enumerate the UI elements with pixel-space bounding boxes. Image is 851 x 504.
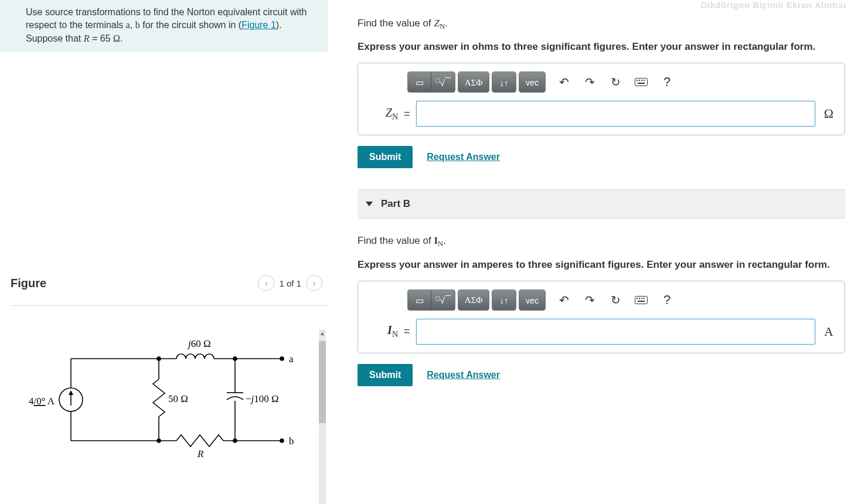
redo-button[interactable]: ↷ (582, 74, 597, 90)
svg-point-15 (157, 439, 161, 442)
part-b-title: Part B (381, 198, 410, 210)
part-a-answer-box: ▭ □√ ΑΣΦ ↓↑ vec ↶ ↷ ↻ (358, 63, 845, 135)
svg-marker-8 (69, 390, 73, 395)
subscript-button[interactable]: ↓↑ (492, 72, 516, 93)
label-R: R (197, 448, 204, 459)
redo-button[interactable]: ↷ (582, 292, 597, 308)
in-input[interactable] (416, 319, 815, 345)
sqrt-button[interactable]: □√ (431, 290, 455, 311)
part-b-find: Find the value of IN. (358, 235, 845, 248)
zn-unit: Ω (821, 106, 836, 121)
help-button[interactable]: ? (659, 74, 675, 90)
part-b-request-answer-link[interactable]: Request Answer (427, 370, 500, 380)
svg-rect-21 (636, 80, 638, 81)
R-variable: R (84, 33, 90, 43)
in-label: IN (366, 323, 398, 339)
sqrt-button[interactable]: □√ (431, 72, 455, 93)
svg-point-19 (280, 439, 284, 442)
undo-button[interactable]: ↶ (556, 292, 571, 308)
terminal-a: a (126, 20, 130, 30)
label-50ohm: 50 Ω (168, 393, 188, 404)
label-negj100: −j100 Ω (246, 393, 279, 404)
undo-button[interactable]: ↶ (556, 74, 571, 90)
svg-rect-28 (639, 298, 640, 299)
template-button[interactable]: ▭ (408, 290, 431, 311)
keyboard-icon (635, 78, 648, 86)
svg-rect-27 (636, 298, 638, 299)
label-terminal-b: b (289, 435, 294, 447)
svg-rect-23 (641, 80, 642, 81)
svg-rect-29 (641, 298, 642, 299)
part-b-header[interactable]: Part B (358, 189, 845, 219)
zn-label: ZN (366, 106, 398, 122)
greek-button[interactable]: ΑΣΦ (458, 72, 489, 93)
keyboard-button[interactable] (634, 292, 649, 308)
vec-button[interactable]: vec (519, 290, 545, 311)
part-a-find: Find the value of ZN. (358, 18, 845, 31)
scrollbar-thumb[interactable] (319, 341, 326, 423)
part-b-answer-box: ▭ □√ ΑΣΦ ↓↑ vec ↶ ↷ ↻ (358, 281, 845, 353)
svg-rect-22 (639, 80, 640, 81)
part-a-content: Find the value of ZN. Express your answe… (358, 0, 845, 168)
part-b-instruction: Express your answer in amperes to three … (358, 258, 845, 271)
reset-button[interactable]: ↻ (608, 74, 623, 90)
part-a-submit-button[interactable]: Submit (358, 146, 413, 168)
template-button[interactable]: ▭ (408, 72, 431, 93)
svg-rect-20 (635, 79, 648, 86)
subscript-button[interactable]: ↓↑ (492, 290, 516, 311)
keyboard-button[interactable] (634, 74, 649, 90)
figure-next-button[interactable]: › (306, 275, 322, 291)
svg-rect-25 (638, 83, 645, 84)
part-b-submit-button[interactable]: Submit (358, 364, 413, 386)
svg-point-16 (233, 357, 237, 360)
part-a-instruction: Express your answer in ohms to three sig… (358, 40, 845, 53)
part-b-toolbar: ▭ □√ ΑΣΦ ↓↑ vec ↶ ↷ ↻ (407, 290, 836, 311)
reset-button[interactable]: ↻ (608, 292, 623, 308)
figure-nav: ‹ 1 of 1 › (258, 275, 322, 291)
svg-point-17 (233, 439, 237, 442)
figure-title: Figure (11, 277, 46, 290)
svg-rect-30 (644, 298, 645, 299)
terminal-b: b (135, 20, 140, 30)
in-unit: A (821, 324, 836, 339)
svg-rect-26 (635, 296, 648, 304)
zn-input[interactable] (416, 101, 815, 127)
svg-rect-31 (638, 301, 645, 302)
part-a-toolbar: ▭ □√ ΑΣΦ ↓↑ vec ↶ ↷ ↻ (407, 71, 836, 93)
figure-prev-button[interactable]: ‹ (258, 275, 274, 291)
caret-down-icon (366, 202, 373, 206)
svg-point-14 (157, 357, 161, 360)
scroll-up-icon[interactable]: ▲ (319, 329, 326, 336)
figure-link[interactable]: Figure 1 (241, 20, 276, 30)
part-b-content: Find the value of IN. Express your answe… (358, 219, 845, 386)
label-j60: j60 Ω (187, 338, 211, 349)
problem-statement: Use source transformations to find the N… (0, 0, 328, 52)
figure-counter: 1 of 1 (279, 278, 301, 288)
svg-rect-24 (644, 80, 645, 81)
svg-point-18 (280, 357, 284, 360)
part-a-request-answer-link[interactable]: Request Answer (427, 152, 500, 162)
circuit-diagram: j60 Ω 50 Ω −j100 Ω 4/0° A R a b (24, 329, 305, 470)
vec-button[interactable]: vec (519, 72, 545, 93)
label-terminal-a: a (289, 353, 294, 365)
help-button[interactable]: ? (659, 292, 675, 308)
watermark-text: Dikdörtgen Biçimli Ekran Alıntısı (701, 0, 847, 10)
label-source: 4/0° A (29, 396, 55, 407)
greek-button[interactable]: ΑΣΦ (458, 290, 489, 311)
keyboard-icon (635, 296, 648, 304)
